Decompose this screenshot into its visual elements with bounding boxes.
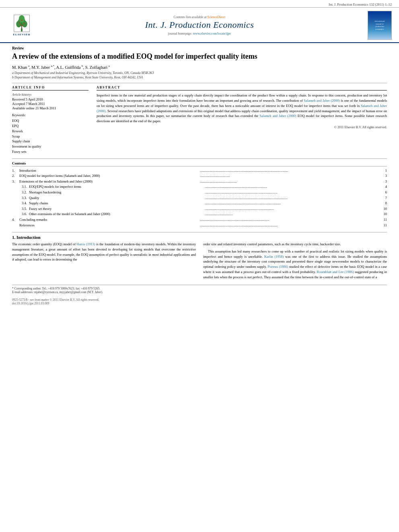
- journal-logo-right: internationaljournal ofproductioneconomi…: [363, 11, 392, 40]
- footnote-email: E-mail addresses: mjaber@ryerson.ca, myy…: [12, 290, 387, 294]
- intro-para-1: The economic order quantity (EOQ) model …: [12, 242, 196, 262]
- keyword-rework: Rework: [12, 129, 88, 134]
- svg-point-8: [21, 20, 23, 21]
- contents-row-3-5: 3.5. Fuzzy set theory ..................…: [22, 206, 387, 212]
- science-direct-line: Contents lists available at ScienceDirec…: [36, 15, 363, 19]
- divider-1: [12, 83, 387, 83]
- contents-row-1: 1. Introduction ........................…: [12, 168, 387, 174]
- svg-point-9: [20, 24, 21, 25]
- journal-cover-text: internationaljournal ofproductioneconomi…: [374, 19, 385, 31]
- contents-row-4: 4. Concluding remarks ..................…: [12, 217, 387, 223]
- svg-point-5: [19, 15, 25, 23]
- karlin-link[interactable]: Karlin (1958): [264, 255, 284, 259]
- elsevier-logo-left: ELSEVIER: [7, 14, 36, 36]
- contents-row-3-1: 3.1. EOQ/EPQ models for imperfect items …: [22, 184, 387, 190]
- intro-para-2: order size and related inventory control…: [203, 242, 387, 247]
- abstract-link-2[interactable]: Salameh and Jaber (2000): [97, 104, 387, 113]
- contents-row-refs: References .............................…: [12, 223, 387, 228]
- journal-center: Contents lists available at ScienceDirec…: [36, 15, 363, 35]
- abstract-link-3[interactable]: Salameh and Jaber (2000): [259, 114, 296, 118]
- elsevier-text: ELSEVIER: [13, 33, 30, 36]
- accepted-date: Accepted 7 March 2011: [12, 102, 88, 106]
- keywords-label: Keywords:: [12, 113, 88, 117]
- abstract-header: ABSTRACT: [97, 86, 387, 90]
- affiliation-a: a Department of Mechanical and Industria…: [12, 71, 387, 75]
- contents-section: Contents 1. Introduction ...............…: [12, 161, 387, 228]
- journal-homepage-line: journal homepage: www.elsevier.com/locat…: [36, 32, 363, 35]
- elsevier-tree-icon: [13, 14, 31, 32]
- keyword-fuzzy: Fuzzy sets: [12, 149, 88, 154]
- doi-text: doi:10.1016/j.ijpe.2011.03.009: [12, 302, 387, 305]
- keyword-supply-chain: Supply chain: [12, 139, 88, 144]
- abstract-text: Imperfect items in the raw material and …: [97, 93, 387, 124]
- intro-section-title: 1. Introduction: [12, 235, 387, 240]
- intro-right-col: order size and related inventory control…: [203, 242, 387, 281]
- porteus-link[interactable]: Porteus (1986): [268, 265, 288, 269]
- contents-row-2: 2. EOQ model for imperfect items (Salame…: [12, 173, 387, 179]
- received-date: Received 5 April 2010: [12, 97, 88, 101]
- divider-2: [12, 158, 387, 159]
- page-wrapper: Int. J. Production Economics 132 (2011) …: [0, 0, 399, 309]
- keyword-scrap: Scrap: [12, 134, 88, 139]
- intro-title-text: Introduction: [16, 235, 41, 240]
- article-info-abstract: ARTICLE INFO Article history: Received 5…: [12, 86, 387, 154]
- intro-section: 1. Introduction The economic order quant…: [12, 235, 387, 281]
- keyword-investment: Investment in quality: [12, 144, 88, 149]
- history-label: Article history:: [12, 93, 88, 97]
- affiliation-b: b Department of Management and Informati…: [12, 75, 387, 80]
- svg-point-6: [19, 22, 20, 23]
- issn-line: 0925-5273/$ - see front matter © 2011 El…: [12, 298, 387, 305]
- harris-link[interactable]: Harris (1913): [76, 242, 95, 246]
- contents-row-3-3: 3.3. Quality ...........................…: [22, 195, 387, 201]
- article-info-col: ARTICLE INFO Article history: Received 5…: [12, 86, 88, 154]
- journal-header: ELSEVIER Contents lists available at Sci…: [0, 8, 399, 43]
- abstract-copyright: © 2011 Elsevier B.V. All rights reserved…: [97, 125, 387, 129]
- contents-table: 1. Introduction ........................…: [12, 168, 387, 228]
- issn-text: 0925-5273/$ - see front matter © 2011 El…: [12, 298, 387, 302]
- intro-two-col: The economic order quantity (EOQ) model …: [12, 242, 387, 281]
- contents-row-3: 3. Extensions of the model in Salameh an…: [12, 179, 387, 185]
- affiliations: a Department of Mechanical and Industria…: [12, 71, 387, 80]
- top-citation: Int. J. Production Economics 132 (2011) …: [0, 0, 399, 8]
- intro-number: 1.: [12, 235, 15, 240]
- divider-3: [12, 232, 387, 232]
- article-info-header: ARTICLE INFO: [12, 86, 88, 90]
- contents-row-3-4: 3.4. Supply chains .....................…: [22, 201, 387, 206]
- review-label: Review: [12, 46, 387, 50]
- abstract-col: ABSTRACT Imperfect items in the raw mate…: [97, 86, 387, 154]
- contents-row-3-6: 3.6. Other extensions of the model in Sa…: [22, 212, 387, 217]
- journal-title: Int. J. Production Economics: [36, 20, 363, 30]
- available-date: Available online 21 March 2011: [12, 106, 88, 110]
- article-title: A review of the extensions of a modified…: [12, 52, 387, 61]
- keywords-list: EOQ EPQ Rework Scrap Supply chain Invest…: [12, 118, 88, 154]
- contents-row-3-2: 3.2. Shortages backordering ............…: [22, 190, 387, 195]
- science-direct-link[interactable]: ScienceDirect: [208, 15, 226, 19]
- keyword-eoq: EOQ: [12, 118, 88, 123]
- rosenblatt-link[interactable]: Rosenblatt and Lee (1986): [317, 270, 354, 274]
- citation-text: Int. J. Production Economics 132 (2011) …: [329, 2, 392, 6]
- authors-line: M. Khan a, M.Y. Jaber a,*, A.L. Guiffrid…: [12, 64, 387, 70]
- journal-homepage-link[interactable]: www.elsevier.com/locate/ijpe: [193, 32, 231, 35]
- journal-cover-box: internationaljournal ofproductioneconomi…: [368, 11, 392, 40]
- contents-header: Contents: [12, 161, 387, 166]
- article-body: Review A review of the extensions of a m…: [0, 43, 399, 309]
- footnotes: * Corresponding author. Tel.: +416 979 5…: [12, 285, 387, 294]
- svg-point-10: [22, 25, 23, 26]
- footnote-corresponding: * Corresponding author. Tel.: +416 979 5…: [12, 287, 387, 290]
- abstract-link-1[interactable]: Salameh and Jaber (2000): [304, 99, 340, 103]
- intro-left-col: The economic order quantity (EOQ) model …: [12, 242, 196, 281]
- keyword-epq: EPQ: [12, 123, 88, 129]
- svg-point-7: [23, 23, 25, 24]
- intro-para-3: This assumption has led many researchers…: [203, 249, 387, 280]
